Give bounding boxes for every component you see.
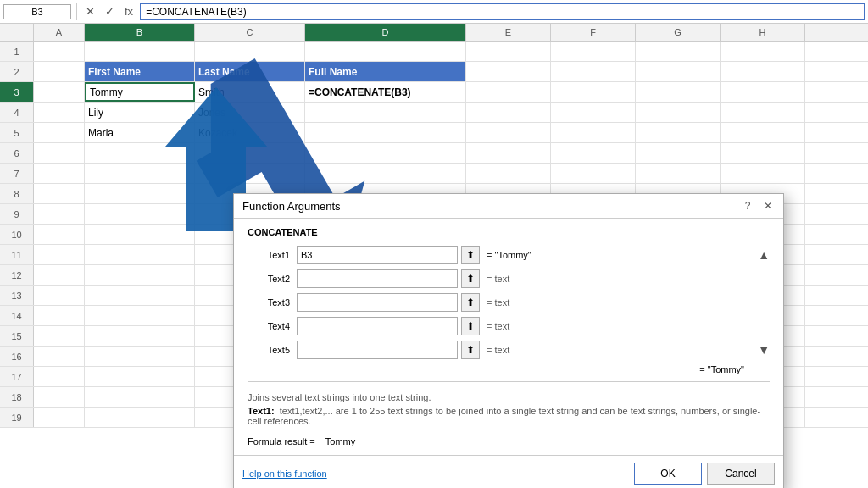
dialog-help-btn[interactable]: ? [741,199,754,213]
cell-1-E[interactable] [466,42,551,61]
cell-16-B[interactable] [85,347,195,366]
col-header-e[interactable]: E [466,24,551,41]
cell-3-F[interactable] [551,82,636,102]
cell-17-A[interactable] [34,367,85,386]
cell-14-A[interactable] [34,306,85,325]
cell-14-B[interactable] [85,306,195,325]
arg-ref-btn-4[interactable]: ⬆ [461,341,480,359]
cell-18-B[interactable] [85,387,195,407]
ok-button[interactable]: OK [634,463,702,485]
cell-12-A[interactable] [34,265,85,285]
cell-1-C[interactable] [195,42,305,61]
cell-6-A[interactable] [34,143,85,163]
cell-5-F[interactable] [551,123,636,142]
cell-4-A[interactable] [34,103,85,122]
cell-6-D[interactable] [305,143,466,163]
cell-16-A[interactable] [34,347,85,366]
cell-4-F[interactable] [551,103,636,122]
cell-5-B[interactable]: Maria [85,123,195,142]
cell-7-G[interactable] [636,164,721,183]
cell-5-A[interactable] [34,123,85,142]
scroll-down-btn[interactable]: ▼ [758,343,770,357]
arg-input-2[interactable] [297,293,458,312]
cancel-formula-btn[interactable]: ✕ [82,5,98,18]
cell-12-B[interactable] [85,265,195,285]
col-header-f[interactable]: F [551,24,636,41]
arg-input-3[interactable] [297,317,458,336]
cell-9-B[interactable] [85,204,195,224]
cell-3-D[interactable]: =CONCATENATE(B3) [305,82,466,102]
cell-15-A[interactable] [34,326,85,346]
cell-1-D[interactable] [305,42,466,61]
col-header-b[interactable]: B [85,24,195,41]
cell-11-A[interactable] [34,245,85,264]
cell-6-E[interactable] [466,143,551,163]
cell-8-A[interactable] [34,184,85,203]
col-header-c[interactable]: C [195,24,305,41]
cell-4-E[interactable] [466,103,551,122]
cell-7-D[interactable] [305,164,466,183]
arg-ref-btn-3[interactable]: ⬆ [461,317,480,336]
cell-1-H[interactable] [721,42,805,61]
cell-5-G[interactable] [636,123,721,142]
function-btn[interactable]: fx [121,5,136,18]
arg-input-4[interactable] [297,341,458,359]
cell-2-G[interactable] [636,62,721,81]
arg-ref-btn-1[interactable]: ⬆ [461,269,480,288]
cell-3-B[interactable]: Tommy [85,82,195,102]
cell-4-H[interactable] [721,103,805,122]
cell-2-C[interactable]: Last Name [195,62,305,81]
cell-2-D[interactable]: Full Name [305,62,466,81]
cell-19-B[interactable] [85,408,195,427]
cell-4-B[interactable]: Lily [85,103,195,122]
cell-2-H[interactable] [721,62,805,81]
dialog-close-btn[interactable]: ✕ [761,199,775,213]
cell-6-F[interactable] [551,143,636,163]
confirm-formula-btn[interactable]: ✓ [102,5,118,18]
cell-6-G[interactable] [636,143,721,163]
cell-18-A[interactable] [34,387,85,407]
cell-5-E[interactable] [466,123,551,142]
cell-10-B[interactable] [85,225,195,244]
col-header-h[interactable]: H [721,24,805,41]
cell-4-D[interactable] [305,103,466,122]
cell-7-F[interactable] [551,164,636,183]
col-header-g[interactable]: G [636,24,721,41]
cell-19-A[interactable] [34,408,85,427]
formula-input[interactable]: =CONCATENATE(B3) [140,3,865,20]
cell-3-H[interactable] [721,82,805,102]
scroll-up-btn[interactable]: ▲ [758,248,770,262]
cell-7-A[interactable] [34,164,85,183]
cell-2-B[interactable]: First Name [85,62,195,81]
cell-1-G[interactable] [636,42,721,61]
cell-3-A[interactable] [34,82,85,102]
cell-7-B[interactable] [85,164,195,183]
arg-ref-btn-2[interactable]: ⬆ [461,293,480,312]
cell-9-A[interactable] [34,204,85,224]
cell-1-F[interactable] [551,42,636,61]
cell-3-E[interactable] [466,82,551,102]
cell-5-H[interactable] [721,123,805,142]
cell-4-C[interactable]: Jones [195,103,305,122]
cell-7-C[interactable] [195,164,305,183]
cell-1-A[interactable] [34,42,85,61]
cell-2-F[interactable] [551,62,636,81]
cell-2-E[interactable] [466,62,551,81]
cell-17-B[interactable] [85,367,195,386]
cell-6-B[interactable] [85,143,195,163]
cell-13-B[interactable] [85,286,195,305]
cell-6-C[interactable] [195,143,305,163]
col-header-a[interactable]: A [34,24,85,41]
cell-7-H[interactable] [721,164,805,183]
arg-ref-btn-0[interactable]: ⬆ [461,246,480,264]
cell-4-G[interactable] [636,103,721,122]
cell-10-A[interactable] [34,225,85,244]
cell-11-B[interactable] [85,245,195,264]
col-header-d[interactable]: D [305,24,466,41]
help-link[interactable]: Help on this function [242,469,327,479]
function-arguments-dialog[interactable]: Function Arguments ? ✕ CONCATENATE Text1… [233,193,784,488]
cell-6-H[interactable] [721,143,805,163]
cell-8-B[interactable] [85,184,195,203]
arg-input-1[interactable] [297,269,458,288]
cell-2-A[interactable] [34,62,85,81]
